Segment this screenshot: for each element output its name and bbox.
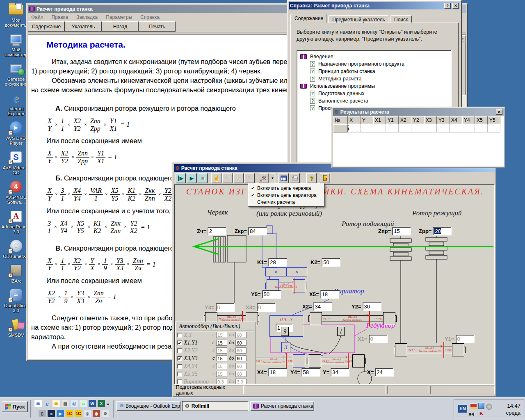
field-input[interactable]: 50 [322,258,340,267]
to-input[interactable]: 60 [235,332,247,338]
help-button-Назад[interactable]: Назад [102,21,139,32]
table-cell[interactable] [450,124,462,132]
quick-launch-graphics-app[interactable]: ■ [48,410,55,417]
table-cell[interactable] [348,124,361,132]
from-input[interactable]: 15 [216,371,227,377]
volume-icon[interactable] [471,412,474,416]
from-input[interactable]: 15 [216,340,227,346]
table-cell[interactable] [386,124,399,132]
help-button-Содержание[interactable]: Содержание [28,21,65,32]
field-input[interactable]: 84 [248,227,267,235]
menu-Справка[interactable]: Справка [140,14,160,20]
results-titlebar[interactable]: ⚙ Результаты расчета ✕ [333,108,504,116]
field-input[interactable]: 20 [433,227,452,235]
task-button-Входящие - Outlook Exp...[interactable]: ✉Входящие - Outlook Exp... [116,401,180,411]
field-input[interactable]: 0 [456,335,475,343]
checkbox-X1,Y1[interactable]: ✔ [177,340,182,345]
toolbar-button-run[interactable]: ▶ [187,173,197,183]
to-input[interactable]: 3.0 [235,379,247,385]
field-input[interactable]: 50 [262,290,281,299]
antivirus-icon[interactable]: K [478,410,484,416]
menu-item-Включить цепь червяка[interactable]: ✔Включить цепь червяка [249,185,324,192]
from-input[interactable]: 15 [216,332,227,338]
tab-Поиск[interactable]: Поиск [390,15,412,23]
task-button-Rollmill[interactable]: ⚙Rollmill [182,401,249,411]
table-cell[interactable] [373,124,386,132]
table-cell[interactable] [437,124,450,132]
field-input[interactable]: 28 [268,258,287,267]
to-input[interactable]: 60 [235,355,247,361]
quick-launch-word[interactable]: W [89,400,96,407]
quick-launch-printer[interactable]: ▤ [62,400,69,407]
from-input[interactable]: 15 [216,363,227,369]
task-button-Расчет привода станка[interactable]: Расчет привода станка [250,401,314,411]
toolbar-button-tools[interactable]: ⚒✕ [259,173,269,183]
field-input[interactable]: 15 [392,227,411,235]
field-input[interactable]: 30 [363,302,381,311]
from-input[interactable]: 15 [216,355,227,361]
quick-launch-outlook[interactable]: ✉ [52,400,60,407]
help-topic-page[interactable]: ?Методика расчета [299,75,450,82]
to-input[interactable]: 60 [235,340,247,346]
close-icon[interactable]: ✕ [496,109,502,115]
menu-item-Счетчик расчета[interactable]: Счетчик расчета [249,199,324,205]
field-input[interactable]: 0 [216,303,235,312]
field-input[interactable]: 0 [257,303,276,312]
start-button[interactable]: Пуск [2,401,28,412]
quick-launch-1c-enterprise-2[interactable]: 1С [75,410,82,417]
quick-launch-pda-sync[interactable]: ▯ [39,410,46,417]
quick-launch-internet-explorer[interactable]: e [43,400,51,407]
toolbar-button-step[interactable]: ▶ [176,173,186,183]
menu-Закладка[interactable]: Закладка [76,14,98,20]
help-topic-page[interactable]: ?Подготовка данных [299,90,450,97]
toolbar-button-exit[interactable] [320,173,330,183]
menu-Файл[interactable]: Файл [31,14,43,20]
menu-Параметры[interactable]: Параметры [106,14,132,20]
quick-launch-overflow[interactable]: » [107,402,109,406]
tab-Содержание[interactable]: Содержание [290,14,327,24]
table-cell[interactable] [361,124,373,132]
to-input[interactable]: 60 [235,371,247,377]
tray-clock[interactable]: 14:47 среда [506,402,521,416]
quick-launch-outlook-express[interactable]: ✉ [34,400,42,407]
status-tray-icon[interactable] [486,404,492,410]
quick-launch-messenger[interactable]: ☺ [80,400,87,407]
toolbar-button-table[interactable] [278,173,289,183]
field-input[interactable]: 18 [268,368,287,377]
checkbox-X,Y[interactable] [177,333,182,338]
menu-item-Включить цепь вариатора[interactable]: ✔Включить цепь вариатора [249,192,324,199]
help-topic-book[interactable]: Использование программы [299,82,450,90]
table-cell[interactable] [424,124,437,132]
language-indicator[interactable]: EN [458,405,467,413]
help-button-Печать[interactable]: Печать [139,21,176,32]
field-input[interactable]: 24 [375,368,394,377]
toolbar-dropdown-arrow[interactable]: ▼ [270,173,275,183]
field-input[interactable]: 58 [301,368,320,377]
table-cell[interactable] [462,124,475,132]
close-icon[interactable]: ✕ [452,3,459,9]
checkbox-X2,Y2[interactable] [177,348,182,353]
help-button-Указатель[interactable]: Указатель [65,21,102,32]
checkbox-X3,Y3[interactable]: ✔ [177,356,182,361]
field-input[interactable]: 34 [313,302,332,311]
quick-launch-admin-tools[interactable]: ⚙ [102,410,109,417]
to-input[interactable]: 60 [235,347,247,354]
help-topic-page[interactable]: ?Принцип работы станка [299,68,450,75]
to-input[interactable]: 60 [235,363,247,369]
checkbox-X4,Y4[interactable] [177,364,182,369]
menu-Правка[interactable]: Правка [52,14,68,20]
network-tray-icon[interactable] [478,403,484,409]
table-cell[interactable] [399,124,411,132]
quick-launch-cd-burner[interactable]: ◎ [84,410,91,417]
floppy-tray-icon[interactable] [470,403,477,409]
tab-Предметный указатель[interactable]: Предметный указатель [328,15,389,23]
from-input[interactable]: 0.3 [216,379,227,385]
field-input[interactable]: 0 [369,335,388,343]
quick-launch-1c-enterprise[interactable]: 1С [66,410,73,417]
help-topic-book[interactable]: Введение [299,53,450,60]
help-topic-page[interactable]: ?Выполнение расчета [299,97,450,105]
table-cell[interactable] [488,124,500,132]
table-cell[interactable] [411,124,424,132]
field-input[interactable]: 18 [320,290,339,299]
toolbar-button-help[interactable]: ? [306,173,317,183]
